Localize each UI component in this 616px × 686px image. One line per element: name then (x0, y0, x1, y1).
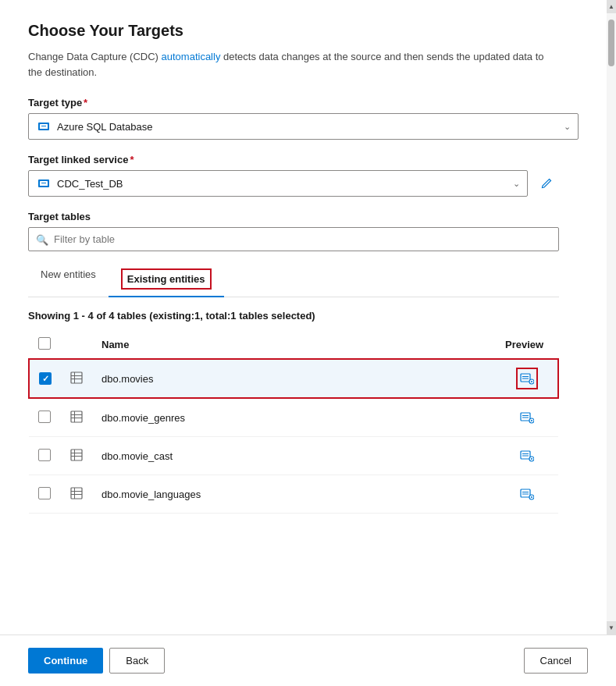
row-3-name: dbo.movie_cast (92, 437, 496, 475)
main-content: ▲ ▼ Choose Your Targets Change Data Capt… (0, 0, 616, 634)
table-grid-icon (70, 451, 83, 464)
target-type-db-icon (37, 119, 51, 133)
row-2-preview-cell (496, 398, 558, 437)
select-all-checkbox[interactable] (38, 337, 51, 350)
svg-rect-35 (522, 456, 529, 457)
svg-rect-26 (71, 450, 82, 460)
row-4-preview-cell (496, 475, 558, 514)
svg-rect-20 (521, 413, 530, 421)
svg-rect-30 (521, 451, 530, 459)
footer: Continue Back Cancel (0, 634, 616, 686)
filter-input-wrapper: 🔍 (28, 227, 559, 251)
target-linked-service-label: Target linked service* (28, 154, 579, 165)
tables-list: Name Preview dbo.movies (28, 331, 559, 514)
row-1-checkbox[interactable] (39, 372, 52, 385)
header-preview: Preview (496, 331, 558, 359)
table-grid-icon (70, 413, 83, 425)
header-checkbox-cell (29, 331, 61, 359)
target-tables-label: Target tables (28, 211, 579, 222)
table-body: dbo.movies (29, 359, 558, 514)
header-name: Name (92, 331, 496, 359)
highlight-text: automatically (162, 51, 221, 62)
row-1-name: dbo.movies (92, 359, 496, 398)
target-linked-service-row: CDC_Test_DB ⌄ (28, 170, 559, 197)
target-type-dropdown-container: Azure SQL Database ⌄ (28, 113, 579, 140)
svg-rect-36 (71, 488, 82, 499)
target-linked-service-dropdown[interactable]: CDC_Test_DB (28, 170, 528, 197)
continue-button[interactable]: Continue (28, 648, 103, 674)
row-1-preview-cell (496, 359, 558, 398)
row-4-name: dbo.movie_languages (92, 475, 496, 514)
scroll-up-arrow[interactable]: ▲ (607, 0, 616, 13)
entity-tabs: New entities Existing entities (28, 262, 559, 297)
svg-rect-6 (71, 372, 82, 383)
row-2-checkbox[interactable] (38, 411, 51, 423)
svg-rect-24 (522, 415, 529, 416)
svg-rect-15 (522, 379, 529, 379)
table-header: Name Preview (29, 331, 558, 359)
filter-search-icon: 🔍 (36, 233, 48, 245)
row-3-checkbox-cell (29, 437, 61, 475)
target-type-field: Azure SQL Database ⌄ (28, 113, 579, 140)
table-grid-icon (70, 489, 83, 502)
header-icon-cell (61, 331, 92, 359)
svg-rect-5 (41, 183, 46, 183)
svg-rect-2 (41, 126, 46, 126)
table-row: dbo.movies (29, 359, 558, 398)
target-type-value: Azure SQL Database (57, 121, 550, 133)
back-button[interactable]: Back (109, 648, 165, 674)
svg-rect-25 (522, 418, 529, 418)
svg-rect-16 (71, 411, 82, 422)
row-3-checkbox[interactable] (38, 449, 51, 461)
table-row: dbo.movie_cast (29, 437, 558, 475)
page-title: Choose Your Targets (28, 22, 579, 40)
edit-linked-service-button[interactable] (534, 171, 559, 196)
target-linked-service-dropdown-container: CDC_Test_DB ⌄ (28, 170, 528, 197)
existing-entities-outlined: Existing entities (121, 268, 212, 290)
row-1-preview-icon[interactable] (516, 368, 538, 389)
cancel-button[interactable]: Cancel (524, 648, 588, 674)
row-3-preview-cell (496, 437, 558, 475)
target-type-label: Target type* (28, 97, 579, 108)
table-row: dbo.movie_genres (29, 398, 558, 437)
scroll-body (607, 13, 616, 621)
linked-service-db-icon (37, 176, 51, 190)
row-3-preview-icon[interactable] (516, 445, 538, 467)
table-row: dbo.movie_languages (29, 475, 558, 514)
svg-rect-14 (522, 376, 529, 377)
row-3-icon-cell (61, 437, 92, 475)
scroll-down-arrow[interactable]: ▼ (607, 621, 616, 634)
svg-rect-44 (522, 492, 529, 492)
svg-rect-45 (522, 494, 529, 495)
row-4-preview-icon[interactable] (516, 483, 538, 505)
svg-rect-10 (521, 374, 530, 382)
row-2-icon-cell (61, 398, 92, 437)
table-status: Showing 1 - 4 of 4 tables (existing:1, t… (28, 310, 579, 322)
page-description: Change Data Capture (CDC) automatically … (28, 49, 559, 80)
scroll-thumb[interactable] (608, 20, 614, 66)
row-2-checkbox-cell (29, 398, 61, 437)
row-4-icon-cell (61, 475, 92, 514)
row-1-table-icon-cell (61, 359, 92, 398)
target-type-dropdown[interactable]: Azure SQL Database (28, 113, 579, 140)
filter-input[interactable] (28, 227, 559, 251)
tab-new-entities[interactable]: New entities (28, 262, 109, 297)
row-2-name: dbo.movie_genres (92, 398, 496, 437)
linked-service-value: CDC_Test_DB (57, 178, 499, 190)
row-checkbox-cell (29, 359, 61, 398)
scrollbar[interactable]: ▲ ▼ (607, 0, 616, 634)
page-wrapper: ▲ ▼ Choose Your Targets Change Data Capt… (0, 0, 616, 686)
table-grid-icon (70, 374, 83, 386)
svg-rect-40 (521, 489, 530, 497)
row-4-checkbox[interactable] (38, 487, 51, 499)
tab-existing-entities[interactable]: Existing entities (109, 262, 224, 297)
row-2-preview-icon[interactable] (516, 407, 538, 428)
row-4-checkbox-cell (29, 475, 61, 514)
svg-rect-34 (522, 453, 529, 454)
